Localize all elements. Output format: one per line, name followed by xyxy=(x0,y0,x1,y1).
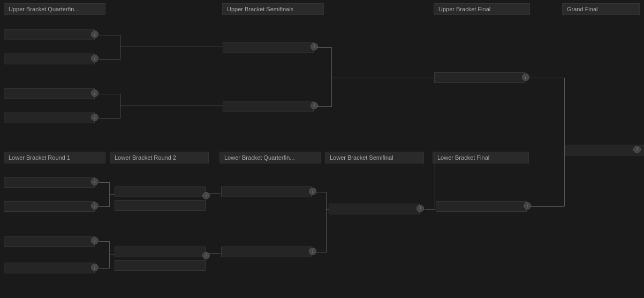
lbr1-m2-info[interactable]: i xyxy=(91,237,99,244)
lbr2-m1-t2 xyxy=(115,200,206,211)
lbq-m2-t1 xyxy=(221,247,312,257)
lbf-info[interactable]: i xyxy=(524,202,531,210)
lbr1-m2-t1 xyxy=(4,236,95,247)
lbr2-m1-t1 xyxy=(115,187,206,197)
label-lbs: Lower Bracket Semifinal xyxy=(325,152,424,163)
lbr1-m1-t1 xyxy=(4,177,95,188)
lbq-m1-info[interactable]: i xyxy=(309,188,316,195)
ubs-m1-t1 xyxy=(223,42,314,53)
ubq-m1-t1 xyxy=(4,29,95,40)
lbf-t1 xyxy=(436,201,527,212)
ubs-m2-t1 xyxy=(223,101,314,111)
ubq-m2-info2[interactable]: i xyxy=(91,114,99,121)
label-gf: Grand Final xyxy=(562,3,640,15)
label-ubf: Upper Bracket Final xyxy=(434,3,530,15)
lbs-t1 xyxy=(329,204,420,214)
lbr1-m1-info[interactable]: i xyxy=(91,178,99,185)
lbr2-m2-t2 xyxy=(115,260,206,271)
ubs-m1-info[interactable]: i xyxy=(310,43,318,50)
label-lbr2: Lower Bracket Round 2 xyxy=(110,152,209,163)
ubs-m2-info[interactable]: i xyxy=(310,102,318,109)
ubq-m2-t2 xyxy=(4,113,95,123)
lbr1-m2-info2[interactable]: i xyxy=(91,264,99,271)
lbs-info[interactable]: i xyxy=(416,205,424,212)
ubq-m1-info2[interactable]: i xyxy=(91,55,99,62)
lbq-m2-info[interactable]: i xyxy=(309,248,316,255)
bracket-container: Upper Bracket Quarterfin... Upper Bracke… xyxy=(0,0,644,298)
label-ubs: Upper Bracket Semifinals xyxy=(222,3,324,15)
lbr1-m1-info2[interactable]: i xyxy=(91,202,99,210)
lbr1-m2-t2 xyxy=(4,263,95,273)
lbr2-m2-t1 xyxy=(115,247,206,257)
lbr1-m1-t2 xyxy=(4,201,95,212)
ubf-info[interactable]: i xyxy=(522,73,529,81)
lbq-m1-t1 xyxy=(221,187,312,197)
ubq-m1-t2 xyxy=(4,54,95,64)
gf-slot xyxy=(565,145,644,155)
ubq-m2-info[interactable]: i xyxy=(91,90,99,97)
ubq-m2-t1 xyxy=(4,88,95,99)
gf-info[interactable]: i xyxy=(633,146,641,153)
label-lbf: Lower Bracket Final xyxy=(433,152,529,163)
label-ubq: Upper Bracket Quarterfin... xyxy=(4,3,105,15)
ubf-t1 xyxy=(434,72,525,83)
label-lbr1: Lower Bracket Round 1 xyxy=(4,152,105,163)
label-lbq: Lower Bracket Quarterfin... xyxy=(219,152,321,163)
ubq-m1-info[interactable]: i xyxy=(91,31,99,38)
